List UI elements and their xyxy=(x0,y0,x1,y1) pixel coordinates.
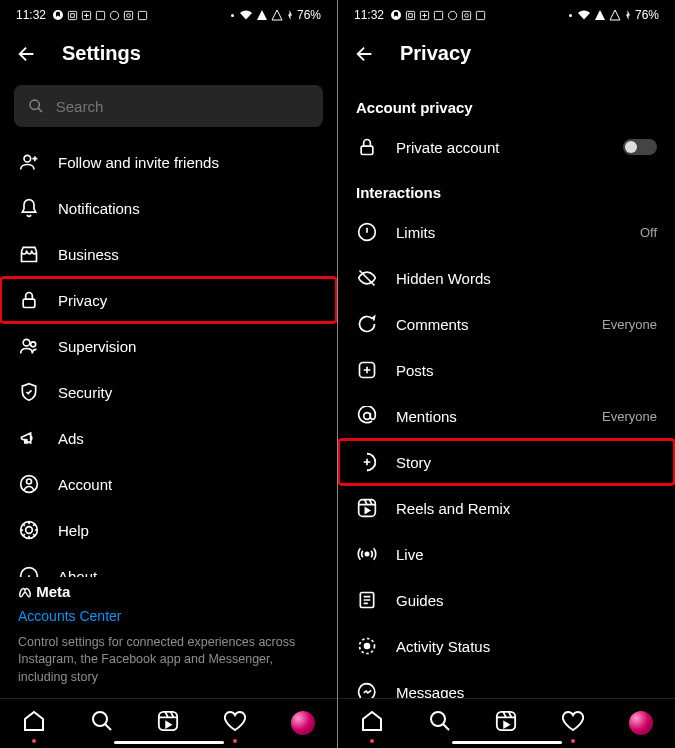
privacy-row-mentions[interactable]: MentionsEveryone xyxy=(338,393,675,439)
row-label: Follow and invite friends xyxy=(58,154,319,171)
svg-point-25 xyxy=(448,11,456,19)
svg-rect-28 xyxy=(476,11,484,19)
nav-home[interactable] xyxy=(22,709,46,737)
page-title: Privacy xyxy=(400,42,471,65)
plus-icon xyxy=(356,359,378,381)
row-label: Hidden Words xyxy=(396,270,657,287)
privacy-row-reels-and-remix[interactable]: Reels and Remix xyxy=(338,485,675,531)
settings-row-notifications[interactable]: Notifications xyxy=(0,185,337,231)
status-right-icons: 76% xyxy=(567,8,659,22)
section-interactions: Interactions xyxy=(338,170,675,209)
avatar xyxy=(629,711,653,735)
privacy-row-live[interactable]: Live xyxy=(338,531,675,577)
svg-point-27 xyxy=(465,13,469,17)
svg-point-3 xyxy=(110,11,118,19)
lock-icon xyxy=(356,136,378,158)
svg-rect-22 xyxy=(406,11,414,19)
nav-activity[interactable] xyxy=(561,709,585,737)
meta-logo: Meta xyxy=(18,583,319,600)
svg-rect-21 xyxy=(159,711,177,729)
settings-row-security[interactable]: Security xyxy=(0,369,337,415)
settings-list: Follow and invite friendsNotificationsBu… xyxy=(0,139,337,577)
svg-point-11 xyxy=(31,342,36,347)
svg-point-7 xyxy=(30,100,39,109)
search-icon xyxy=(26,95,46,117)
row-label: Limits xyxy=(396,224,622,241)
story-icon xyxy=(356,451,378,473)
svg-point-8 xyxy=(24,155,31,162)
nav-reels[interactable] xyxy=(495,710,517,736)
row-label: Live xyxy=(396,546,657,563)
nav-reels[interactable] xyxy=(157,710,179,736)
privacy-row-limits[interactable]: LimitsOff xyxy=(338,209,675,255)
nav-home[interactable] xyxy=(360,709,384,737)
nav-search[interactable] xyxy=(90,709,114,737)
svg-point-15 xyxy=(26,527,33,534)
bell-icon xyxy=(18,197,40,219)
interactions-list: LimitsOffHidden WordsCommentsEveryonePos… xyxy=(338,209,675,698)
svg-rect-9 xyxy=(23,299,35,307)
back-icon[interactable] xyxy=(354,43,376,65)
nav-search[interactable] xyxy=(428,709,452,737)
privacy-row-posts[interactable]: Posts xyxy=(338,347,675,393)
nav-profile[interactable] xyxy=(629,711,653,735)
back-icon[interactable] xyxy=(16,43,38,65)
privacy-row-guides[interactable]: Guides xyxy=(338,577,675,623)
svg-point-20 xyxy=(93,712,107,726)
row-label: Privacy xyxy=(58,292,319,309)
row-label: Mentions xyxy=(396,408,584,425)
settings-row-privacy[interactable]: Privacy xyxy=(0,277,337,323)
nav-activity[interactable] xyxy=(223,709,247,737)
private-account-toggle[interactable] xyxy=(623,139,657,155)
home-indicator[interactable] xyxy=(114,741,224,744)
limits-icon xyxy=(356,221,378,243)
accounts-center-link[interactable]: Accounts Center xyxy=(18,608,319,624)
status-bar: 11:32 76% xyxy=(338,0,675,26)
status-time: 11:32 xyxy=(354,8,384,22)
home-indicator[interactable] xyxy=(452,741,562,744)
settings-row-follow-and-invite-friends[interactable]: Follow and invite friends xyxy=(0,139,337,185)
row-private-account[interactable]: Private account xyxy=(338,124,675,170)
status-battery: 76% xyxy=(297,8,321,22)
privacy-row-activity-status[interactable]: Activity Status xyxy=(338,623,675,669)
lock-icon xyxy=(18,289,40,311)
private-account-label: Private account xyxy=(396,139,605,156)
settings-row-help[interactable]: Help xyxy=(0,507,337,553)
hidden-icon xyxy=(356,267,378,289)
store-icon xyxy=(18,243,40,265)
search-box[interactable] xyxy=(14,85,323,127)
row-label: Story xyxy=(396,454,657,471)
status-time: 11:32 xyxy=(16,8,46,22)
meta-desc: Control settings for connected experienc… xyxy=(18,634,319,687)
svg-point-32 xyxy=(364,413,371,420)
shield-icon xyxy=(18,381,40,403)
privacy-row-comments[interactable]: CommentsEveryone xyxy=(338,301,675,347)
svg-rect-6 xyxy=(138,11,146,19)
settings-row-account[interactable]: Account xyxy=(0,461,337,507)
settings-row-about[interactable]: About xyxy=(0,553,337,577)
status-notif-icons xyxy=(390,9,486,21)
row-label: Account xyxy=(58,476,319,493)
privacy-row-story[interactable]: Story xyxy=(338,439,675,485)
row-label: Notifications xyxy=(58,200,319,217)
settings-row-business[interactable]: Business xyxy=(0,231,337,277)
nav-profile[interactable] xyxy=(291,711,315,735)
comment-icon xyxy=(356,313,378,335)
header: Settings xyxy=(0,26,337,85)
reels-icon xyxy=(356,497,378,519)
settings-row-ads[interactable]: Ads xyxy=(0,415,337,461)
svg-point-5 xyxy=(127,13,131,17)
meta-brand-text: Meta xyxy=(36,583,70,600)
svg-rect-29 xyxy=(361,146,373,154)
svg-rect-39 xyxy=(497,711,515,729)
search-input[interactable] xyxy=(56,98,311,115)
privacy-row-hidden-words[interactable]: Hidden Words xyxy=(338,255,675,301)
meta-block: Meta Accounts Center Control settings fo… xyxy=(0,577,337,699)
svg-rect-4 xyxy=(124,11,132,19)
privacy-row-messages[interactable]: Messages xyxy=(338,669,675,698)
svg-point-13 xyxy=(27,479,32,484)
megaphone-icon xyxy=(18,427,40,449)
settings-row-supervision[interactable]: Supervision xyxy=(0,323,337,369)
help-icon xyxy=(18,519,40,541)
row-label: Activity Status xyxy=(396,638,657,655)
